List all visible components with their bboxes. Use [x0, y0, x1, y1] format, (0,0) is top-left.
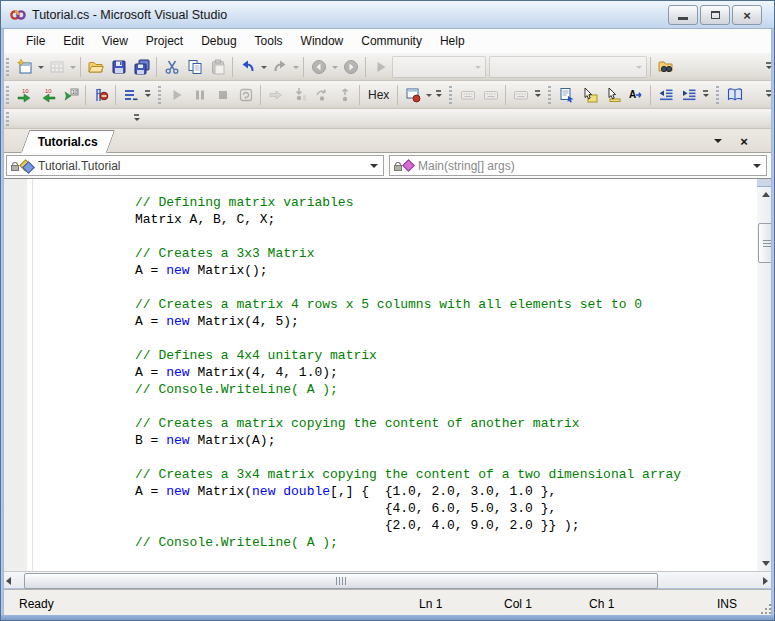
step-010-forward-button[interactable] [13, 83, 36, 106]
code-line: B = new Matrix(A); [135, 432, 757, 449]
show-next-statement-button[interactable] [264, 83, 287, 106]
toolbar-separator [397, 85, 398, 105]
code-line: A = new Matrix(4, 4, 1.0); [135, 364, 757, 381]
step-out-icon [337, 87, 353, 103]
menu-window[interactable]: Window [292, 31, 353, 51]
toolbar-separator [115, 85, 116, 105]
step-into-button[interactable] [287, 83, 310, 106]
toolbar-grip[interactable] [6, 112, 9, 126]
solution-platforms-combo[interactable] [489, 56, 647, 78]
breakpoint-window-button[interactable] [401, 83, 424, 106]
step-over-button[interactable] [310, 83, 333, 106]
maximize-button[interactable] [700, 5, 730, 25]
menu-help[interactable]: Help [431, 31, 474, 51]
step-into-icon [291, 87, 307, 103]
add-item-button[interactable] [45, 55, 68, 78]
start-debugging-button[interactable] [165, 83, 188, 106]
menu-debug[interactable]: Debug [192, 31, 245, 51]
step-out-button[interactable] [333, 83, 356, 106]
redo-button[interactable] [268, 55, 291, 78]
save-button[interactable] [107, 55, 130, 78]
redo-dropdown[interactable] [291, 55, 300, 78]
navigate-forward-button[interactable] [339, 55, 362, 78]
stop-debugging-button[interactable] [211, 83, 234, 106]
members-dropdown[interactable]: Main(string[] args) [389, 155, 767, 176]
breakpoint-window-dropdown[interactable] [424, 83, 433, 106]
breakpoints-list-icon [123, 87, 139, 103]
menu-view[interactable]: View [93, 31, 137, 51]
horizontal-scroll-thumb[interactable] [24, 573, 658, 589]
code-line: A = new Matrix(4, 5); [135, 313, 757, 330]
add-item-dropdown[interactable] [68, 55, 77, 78]
menu-project[interactable]: Project [137, 31, 192, 51]
break-all-button[interactable] [188, 83, 211, 106]
undo-button[interactable] [236, 55, 259, 78]
toolbar-grip[interactable] [158, 86, 161, 104]
indicator-margin[interactable] [1, 179, 27, 571]
open-file-button[interactable] [84, 55, 107, 78]
horizontal-scrollbar[interactable] [1, 571, 774, 588]
step-010-into-button[interactable] [36, 83, 59, 106]
restart-button[interactable] [234, 83, 257, 106]
decrease-indent-icon [658, 87, 674, 103]
start-button[interactable] [369, 55, 392, 78]
toolbar-separator [260, 85, 261, 105]
toolbar-options-overflow[interactable] [433, 83, 444, 106]
navigate-backward-dropdown[interactable] [330, 55, 339, 78]
increase-indent-button[interactable] [677, 83, 700, 106]
cut-button[interactable] [160, 55, 183, 78]
solution-configurations-combo[interactable] [392, 56, 486, 78]
types-dropdown[interactable]: Tutorial.Tutorial [6, 155, 384, 176]
title-bar[interactable]: Tutorial.cs - Microsoft Visual Studio × [1, 1, 774, 29]
code-line: // Defines a 4x4 unitary matrix [135, 347, 757, 364]
menu-community[interactable]: Community [352, 31, 431, 51]
keyboard-button-3[interactable] [509, 83, 532, 106]
find-in-files-button[interactable] [654, 55, 677, 78]
breakpoints-list-button[interactable] [119, 83, 142, 106]
parameter-info-button[interactable] [578, 83, 601, 106]
undo-dropdown[interactable] [259, 55, 268, 78]
code-line: Matrix A, B, C, X; [135, 211, 757, 228]
paste-button[interactable] [206, 55, 229, 78]
save-all-button[interactable] [130, 55, 153, 78]
new-project-button[interactable] [13, 55, 36, 78]
toolbar-grip[interactable] [449, 86, 452, 104]
step-010-forward-icon [17, 87, 33, 103]
decrease-indent-button[interactable] [654, 83, 677, 106]
toolbar-separator [650, 57, 651, 77]
toolbar-separator [650, 85, 651, 105]
step-010-filter-button[interactable] [59, 83, 82, 106]
code-area[interactable]: // Defining matrix variablesMatrix A, B,… [34, 179, 757, 571]
keyboard-button-1[interactable] [456, 83, 479, 106]
toolbar-options-overflow[interactable] [532, 83, 543, 106]
hex-button[interactable]: Hex [363, 83, 394, 106]
flag-filter-button[interactable] [89, 83, 112, 106]
navigate-backward-button[interactable] [307, 55, 330, 78]
code-line [135, 398, 757, 415]
menu-edit[interactable]: Edit [54, 31, 93, 51]
menu-tools[interactable]: Tools [246, 31, 292, 51]
list-members-button[interactable] [601, 83, 624, 106]
complete-word-button[interactable] [624, 83, 647, 106]
active-files-dropdown[interactable] [710, 133, 726, 149]
copy-button[interactable] [183, 55, 206, 78]
toolbar-options-overflow[interactable] [700, 83, 711, 106]
toolbar-grip[interactable] [6, 86, 9, 104]
toolbar-options-overflow[interactable] [131, 110, 142, 128]
keyboard-button-2[interactable] [479, 83, 502, 106]
toolbar-grip[interactable] [716, 86, 719, 104]
help-library-button[interactable] [723, 83, 746, 106]
tab-tutorial-cs[interactable]: Tutorial.cs [21, 130, 115, 153]
copy-icon [187, 59, 203, 75]
new-project-dropdown[interactable] [36, 55, 45, 78]
menu-file[interactable]: File [17, 31, 54, 51]
vs-logo-icon [10, 7, 26, 23]
close-button[interactable]: × [732, 5, 762, 25]
pointer-line-icon [605, 87, 621, 103]
quick-info-button[interactable] [555, 83, 578, 106]
toolbar-grip[interactable] [548, 86, 551, 104]
minimize-button[interactable] [668, 5, 698, 25]
close-document-button[interactable]: × [736, 133, 752, 149]
toolbar-grip[interactable] [6, 58, 9, 76]
toolbar-options-overflow[interactable] [142, 83, 153, 106]
